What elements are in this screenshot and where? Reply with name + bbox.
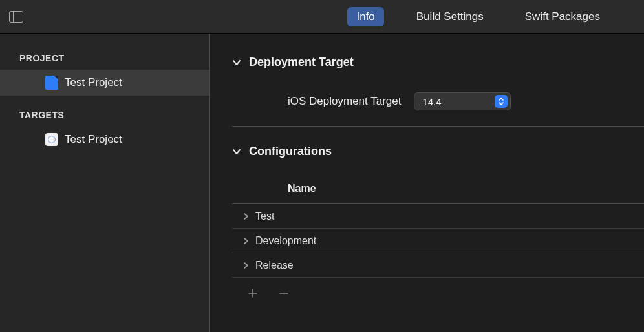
editor-tabs: Info Build Settings Swift Packages [347,7,609,26]
config-name: Test [255,211,274,222]
sidebar: PROJECT Test Project TARGETS Test Projec… [0,34,210,332]
config-row-actions [210,278,644,302]
tab-swift-packages[interactable]: Swift Packages [516,7,609,26]
section-title: Configurations [249,145,332,158]
deployment-target-row: iOS Deployment Target 14.4 [210,69,644,126]
divider [232,126,644,127]
chevron-right-icon [242,213,249,220]
table-row[interactable]: Release [232,253,644,278]
section-configurations: Configurations Name Test Development [210,138,644,314]
chevron-down-icon [232,58,241,67]
sidebar-item-label: Test Project [65,76,122,89]
configurations-table: Name Test Development [210,158,644,302]
table-row[interactable]: Test [232,204,644,229]
toolbar-left [9,11,23,23]
chevron-right-icon [242,262,249,269]
add-configuration-button[interactable] [246,285,259,302]
section-header-configurations[interactable]: Configurations [210,145,644,158]
sidebar-item-target[interactable]: Test Project [0,127,209,152]
config-name: Development [255,235,316,247]
project-file-icon [45,76,58,90]
remove-configuration-button[interactable] [277,285,290,302]
sidebar-item-project[interactable]: Test Project [0,70,209,96]
chevron-right-icon [242,237,249,245]
main-split: PROJECT Test Project TARGETS Test Projec… [0,34,644,332]
deployment-target-value: 14.4 [422,96,441,107]
table-row[interactable]: Development [232,229,644,253]
sidebar-section-project: PROJECT [0,48,209,70]
chevron-down-icon [232,147,241,156]
deployment-target-combobox[interactable]: 14.4 [414,92,511,110]
sidebar-item-label: Test Project [65,133,122,146]
section-title: Deployment Target [249,56,354,69]
dropdown-chevrons-icon [495,95,508,108]
tab-build-settings[interactable]: Build Settings [407,7,493,26]
tab-info[interactable]: Info [347,7,383,26]
table-column-name: Name [232,176,644,204]
section-deployment-target: Deployment Target iOS Deployment Target … [210,49,644,138]
toolbar: Info Build Settings Swift Packages [0,0,644,34]
config-name: Release [255,260,294,271]
content-area: Deployment Target iOS Deployment Target … [210,34,644,332]
app-target-icon [45,133,58,146]
toggle-sidebar-icon[interactable] [9,11,23,23]
sidebar-section-targets: TARGETS [0,105,209,127]
section-header-deployment[interactable]: Deployment Target [210,56,644,69]
deployment-target-label: iOS Deployment Target [288,95,401,108]
